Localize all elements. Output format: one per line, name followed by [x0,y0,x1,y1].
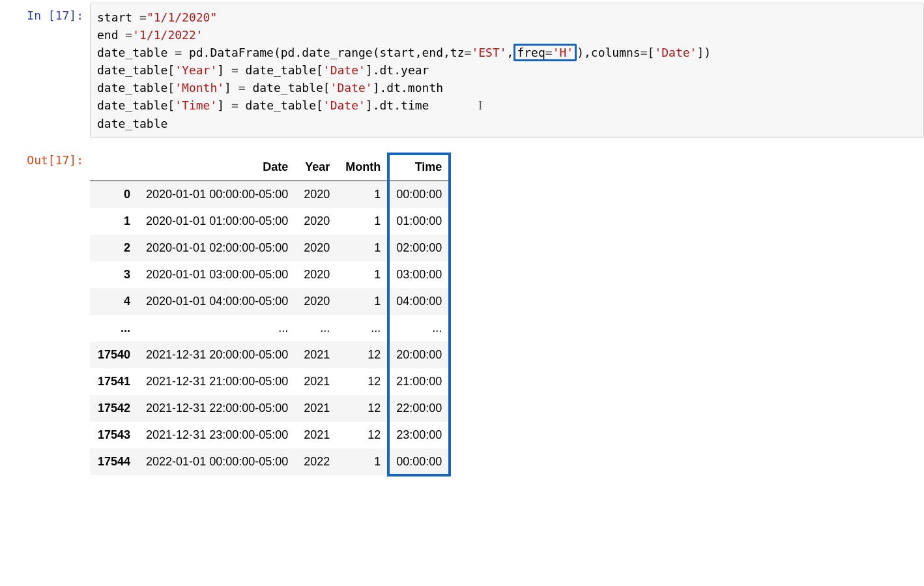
cell-date: 2020-01-01 01:00:00-05:00 [138,208,296,235]
row-index: 0 [90,181,138,209]
cell-month: 12 [338,368,388,395]
highlight-freq-arg: freq='H' [513,44,577,61]
cell-month: 1 [338,181,388,209]
cell-time: 22:00:00 [388,395,450,422]
cell-date: 2020-01-01 04:00:00-05:00 [138,288,296,315]
cell-year: 2021 [296,368,338,395]
cell-year: 2021 [296,395,338,422]
cell-year: 2020 [296,235,338,261]
row-index: 1 [90,208,138,235]
table-header-row: Date Year Month Time [90,154,450,181]
cell-date: 2021-12-31 20:00:00-05:00 [138,342,296,368]
cell-month: 1 [338,448,388,475]
col-year: Year [296,154,338,181]
row-index: 4 [90,288,138,315]
cell-year: 2022 [296,448,338,475]
row-index: 17543 [90,422,138,448]
table-row: 22020-01-01 02:00:00-05:002020102:00:00 [90,235,450,261]
table-row: 175422021-12-31 22:00:00-05:0020211222:0… [90,395,450,422]
cell-time: 21:00:00 [388,368,450,395]
table-row: 175442022-01-01 00:00:00-05:002022100:00… [90,448,450,475]
table-row: 02020-01-01 00:00:00-05:002020100:00:00 [90,181,450,209]
table-row: 175432021-12-31 23:00:00-05:0020211223:0… [90,422,450,448]
row-index: 17540 [90,342,138,368]
cell-date: 2022-01-01 00:00:00-05:00 [138,448,296,475]
cell-year: 2021 [296,342,338,368]
row-index: ... [90,315,138,342]
code-block[interactable]: start ="1/1/2020" end ='1/1/2022' date_t… [97,8,917,132]
cell-date: 2020-01-01 03:00:00-05:00 [138,261,296,288]
cell-year: 2020 [296,208,338,235]
cell-month: 12 [338,395,388,422]
input-prompt: In [17]: [0,0,90,31]
cell-time: 23:00:00 [388,422,450,448]
col-month: Month [338,154,388,181]
cell-time: 03:00:00 [388,261,450,288]
cell-date: 2020-01-01 00:00:00-05:00 [138,181,296,209]
cell-month: 1 [338,261,388,288]
table-row: 175402021-12-31 20:00:00-05:0020211220:0… [90,342,450,368]
table-row: ............... [90,315,450,342]
cell-month: 12 [338,342,388,368]
cell-month: 12 [338,422,388,448]
cell-date: ... [138,315,296,342]
row-index: 2 [90,235,138,261]
row-index: 17542 [90,395,138,422]
cell-date: 2021-12-31 23:00:00-05:00 [138,422,296,448]
row-index: 3 [90,261,138,288]
table-row: 42020-01-01 04:00:00-05:002020104:00:00 [90,288,450,315]
output-prompt: Out[17]: [0,145,90,175]
row-index: 17541 [90,368,138,395]
dataframe-wrapper: Date Year Month Time 02020-01-01 00:00:0… [90,154,450,475]
cell-month: 1 [338,208,388,235]
col-date: Date [138,154,296,181]
cell-year: ... [296,315,338,342]
cell-year: 2021 [296,422,338,448]
cell-date: 2020-01-01 02:00:00-05:00 [138,235,296,261]
cell-month: 1 [338,288,388,315]
cell-time: 00:00:00 [388,181,450,209]
table-row: 12020-01-01 01:00:00-05:002020101:00:00 [90,208,450,235]
cell-year: 2020 [296,181,338,209]
cell-time: 02:00:00 [388,235,450,261]
input-cell: In [17]: start ="1/1/2020" end ='1/1/202… [0,0,924,138]
cell-date: 2021-12-31 22:00:00-05:00 [138,395,296,422]
code-input-area[interactable]: start ="1/1/2020" end ='1/1/2022' date_t… [90,3,924,138]
output-cell: Out[17]: Date Year Month Time 02020-01-0… [0,145,924,477]
cell-month: 1 [338,235,388,261]
table-row: 32020-01-01 03:00:00-05:002020103:00:00 [90,261,450,288]
output-area: Date Year Month Time 02020-01-01 00:00:0… [90,145,924,477]
dataframe-table: Date Year Month Time 02020-01-01 00:00:0… [90,154,450,475]
cell-month: ... [338,315,388,342]
cell-year: 2020 [296,261,338,288]
table-row: 175412021-12-31 21:00:00-05:0020211221:0… [90,368,450,395]
cell-time: ... [388,315,450,342]
cell-date: 2021-12-31 21:00:00-05:00 [138,368,296,395]
cell-time: 00:00:00 [388,448,450,475]
col-time: Time [388,154,450,181]
cell-time: 01:00:00 [388,208,450,235]
text-cursor-icon: I [478,97,482,115]
cell-time: 20:00:00 [388,342,450,368]
row-index: 17544 [90,448,138,475]
cell-year: 2020 [296,288,338,315]
table-index-header [90,154,138,181]
cell-time: 04:00:00 [388,288,450,315]
